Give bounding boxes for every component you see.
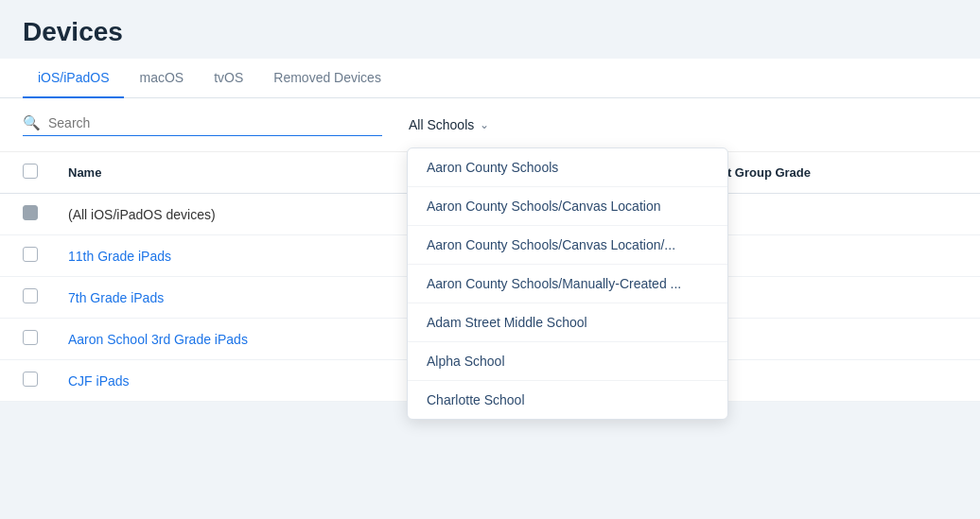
row-checkbox[interactable]	[23, 247, 38, 262]
tab-tvos[interactable]: tvOS	[199, 59, 258, 98]
page-title: Devices	[23, 17, 957, 47]
dropdown-item-2[interactable]: Aaron County Schools/Canvas Location/...	[408, 226, 727, 265]
device-name-link[interactable]: Aaron School 3rd Grade iPads	[68, 332, 248, 347]
device-name: (All iOS/iPadOS devices)	[68, 207, 216, 222]
dropdown-item-6[interactable]: Charlotte School	[408, 381, 727, 419]
row-checkbox[interactable]	[23, 205, 38, 220]
schools-dropdown-menu: Aaron County Schools Aaron County School…	[407, 147, 728, 420]
row-checkbox[interactable]	[23, 288, 38, 303]
tab-ios[interactable]: iOS/iPadOS	[23, 59, 124, 98]
schools-dropdown-label: All Schools	[409, 117, 474, 132]
table-header-checkbox[interactable]	[0, 152, 53, 194]
tab-macos[interactable]: macOS	[124, 59, 199, 98]
row-checkbox[interactable]	[23, 330, 38, 345]
device-name-link[interactable]: 11th Grade iPads	[68, 249, 171, 264]
row-checkbox-cell[interactable]	[0, 194, 53, 235]
tab-removed-devices[interactable]: Removed Devices	[258, 59, 396, 98]
device-name-link[interactable]: CJF iPads	[68, 373, 130, 389]
search-icon: 🔍	[23, 114, 41, 131]
dropdown-item-1[interactable]: Aaron County Schools/Canvas Location	[408, 187, 727, 226]
dropdown-item-3[interactable]: Aaron County Schools/Manually-Created ..…	[408, 265, 727, 303]
search-container: 🔍	[23, 114, 382, 136]
row-checkbox-cell[interactable]	[0, 277, 53, 319]
schools-dropdown[interactable]: All Schools ⌄	[397, 112, 500, 138]
toolbar: 🔍 All Schools ⌄ Aaron County Schools Aar…	[0, 98, 980, 152]
dropdown-item-5[interactable]: Alpha School	[408, 342, 727, 381]
search-input[interactable]	[48, 115, 382, 130]
row-checkbox-cell[interactable]	[0, 319, 53, 360]
row-checkbox-cell[interactable]	[0, 360, 53, 402]
select-all-checkbox[interactable]	[23, 164, 38, 179]
row-checkbox-cell[interactable]	[0, 235, 53, 277]
dropdown-item-0[interactable]: Aaron County Schools	[408, 148, 727, 187]
dropdown-item-4[interactable]: Adam Street Middle School	[408, 303, 727, 342]
row-checkbox[interactable]	[23, 372, 38, 387]
device-name-link[interactable]: 7th Grade iPads	[68, 290, 164, 305]
tabs-bar: iOS/iPadOS macOS tvOS Removed Devices	[0, 59, 980, 98]
chevron-down-icon: ⌄	[480, 118, 489, 131]
